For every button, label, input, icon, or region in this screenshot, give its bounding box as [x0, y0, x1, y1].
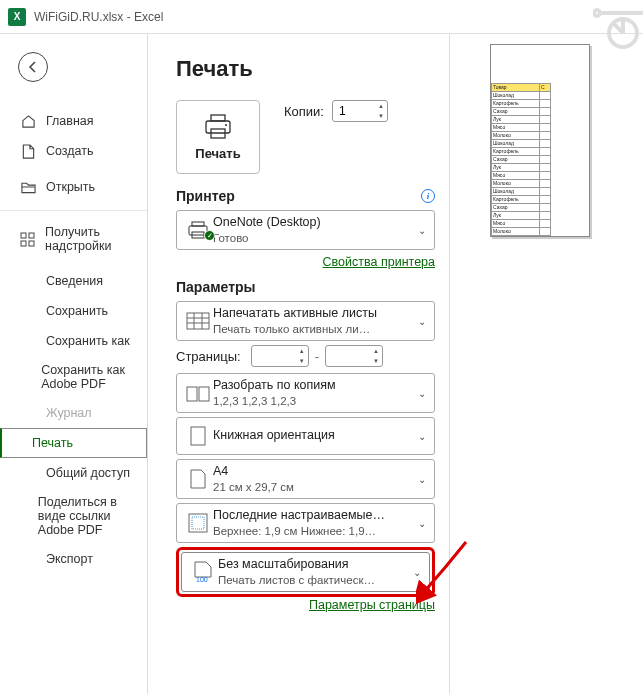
collate-icon	[183, 384, 213, 402]
sidebar-label: Получить надстройки	[45, 225, 147, 253]
print-preview-pane: ТоварСШоколадКартофельСахарЛукМясоМолоко…	[450, 34, 643, 694]
collate-dropdown[interactable]: Разобрать по копиям 1,2,3 1,2,3 1,2,3 ⌄	[176, 373, 435, 413]
page-to-spinner[interactable]: ▲▼	[370, 346, 382, 366]
sheets-icon	[183, 312, 213, 330]
sidebar-item-info[interactable]: Сведения	[0, 266, 147, 296]
copies-spinner[interactable]: ▲▼	[375, 101, 387, 121]
sidebar-item-home[interactable]: Главная	[0, 106, 147, 136]
svg-rect-23	[192, 517, 204, 529]
excel-app-icon: X	[8, 8, 26, 26]
sidebar-item-export[interactable]: Экспорт	[0, 544, 147, 574]
sidebar-label: Сведения	[46, 274, 103, 288]
sidebar-item-share-pdf[interactable]: Поделиться в виде ссылки Adobe PDF	[0, 488, 147, 544]
svg-rect-8	[206, 121, 230, 133]
printer-ready-icon: ✓	[183, 221, 213, 239]
chevron-down-icon: ⌄	[416, 388, 428, 399]
sidebar-item-saveas[interactable]: Сохранить как	[0, 326, 147, 356]
sidebar-item-open[interactable]: Открыть	[0, 172, 147, 202]
page-title: Печать	[176, 56, 435, 82]
svg-rect-21	[191, 427, 205, 445]
sidebar-label: Открыть	[46, 180, 95, 194]
preview-table: ТоварСШоколадКартофельСахарЛукМясоМолоко…	[491, 83, 551, 236]
printer-properties-link[interactable]: Свойства принтера	[323, 255, 435, 269]
scaling-icon: 100	[188, 561, 218, 583]
new-icon	[20, 143, 36, 159]
sidebar-label: Общий доступ	[46, 466, 130, 480]
sidebar-label: Поделиться в виде ссылки Adobe PDF	[38, 495, 147, 537]
sidebar-item-save[interactable]: Сохранить	[0, 296, 147, 326]
addins-icon	[20, 231, 35, 247]
preview-sheet: ТоварСШоколадКартофельСахарЛукМясоМолоко…	[490, 44, 590, 237]
chevron-down-icon: ⌄	[416, 316, 428, 327]
sidebar-item-share[interactable]: Общий доступ	[0, 458, 147, 488]
print-button[interactable]: Печать	[176, 100, 260, 174]
open-icon	[20, 179, 36, 195]
chevron-down-icon: ⌄	[416, 225, 428, 236]
collate-secondary: 1,2,3 1,2,3 1,2,3	[213, 394, 416, 408]
portrait-icon	[183, 426, 213, 446]
scaling-secondary: Печать листов с фактическ…	[218, 573, 411, 587]
sidebar-item-history[interactable]: Журнал	[0, 398, 147, 428]
page-from-spinner[interactable]: ▲▼	[296, 346, 308, 366]
paper-icon	[183, 469, 213, 489]
window-title: WiFiGiD.RU.xlsx - Excel	[34, 10, 163, 24]
sidebar-label: Журнал	[46, 406, 92, 420]
sidebar-label: Сохранить как Adobe PDF	[41, 363, 147, 391]
margins-icon	[183, 513, 213, 533]
svg-rect-7	[211, 115, 225, 121]
printer-icon	[203, 114, 233, 140]
sidebar-label: Сохранить	[46, 304, 108, 318]
scaling-dropdown[interactable]: 100 Без масштабирования Печать листов с …	[181, 552, 430, 592]
scaling-primary: Без масштабирования	[218, 557, 411, 573]
printer-section-title: Принтер	[176, 188, 235, 204]
svg-rect-5	[21, 241, 26, 246]
chevron-down-icon: ⌄	[416, 474, 428, 485]
sidebar: Главная Создать Открыть Получить надстро…	[0, 34, 148, 694]
print-what-secondary: Печать только активных ли…	[213, 322, 416, 336]
highlight-annotation: 100 Без масштабирования Печать листов с …	[176, 547, 435, 597]
pages-label: Страницы:	[176, 349, 241, 364]
sidebar-item-print[interactable]: Печать	[0, 428, 147, 458]
margins-secondary: Верхнее: 1,9 см Нижнее: 1,9…	[213, 524, 416, 538]
collate-primary: Разобрать по копиям	[213, 378, 416, 394]
chevron-down-icon: ⌄	[416, 518, 428, 529]
titlebar: X WiFiGiD.RU.xlsx - Excel	[0, 0, 643, 34]
sidebar-label: Создать	[46, 144, 94, 158]
sidebar-item-saveas-pdf[interactable]: Сохранить как Adobe PDF	[0, 356, 147, 398]
sidebar-item-addins[interactable]: Получить надстройки	[0, 210, 147, 260]
svg-rect-14	[187, 313, 209, 329]
sidebar-item-new[interactable]: Создать	[0, 136, 147, 166]
page-setup-link[interactable]: Параметры страницы	[309, 598, 435, 612]
printer-dropdown[interactable]: ✓ OneNote (Desktop) Готово ⌄	[176, 210, 435, 250]
home-icon	[20, 113, 36, 129]
svg-point-1	[594, 10, 600, 16]
print-what-primary: Напечатать активные листы	[213, 306, 416, 322]
paper-secondary: 21 см x 29,7 см	[213, 480, 416, 494]
svg-rect-3	[21, 233, 26, 238]
svg-rect-19	[187, 387, 197, 401]
svg-point-10	[225, 124, 227, 126]
paper-primary: A4	[213, 464, 416, 480]
printer-status: Готово	[213, 231, 416, 245]
sidebar-label: Главная	[46, 114, 94, 128]
chevron-down-icon: ⌄	[416, 431, 428, 442]
pages-separator: -	[315, 349, 319, 364]
paper-dropdown[interactable]: A4 21 см x 29,7 см ⌄	[176, 459, 435, 499]
print-button-label: Печать	[195, 146, 240, 161]
margins-dropdown[interactable]: Последние настраиваемые… Верхнее: 1,9 см…	[176, 503, 435, 543]
print-settings-pane: Печать Печать Копии: ▲▼ Принтер i	[148, 34, 450, 694]
sidebar-label: Экспорт	[46, 552, 93, 566]
svg-rect-4	[29, 233, 34, 238]
margins-primary: Последние настраиваемые…	[213, 508, 416, 524]
copies-label: Копии:	[284, 104, 324, 119]
svg-rect-6	[29, 241, 34, 246]
orientation-label: Книжная ориентация	[213, 428, 416, 444]
sidebar-label: Печать	[32, 436, 73, 450]
info-icon[interactable]: i	[421, 189, 435, 203]
parameters-section-title: Параметры	[176, 279, 256, 295]
orientation-dropdown[interactable]: Книжная ориентация ⌄	[176, 417, 435, 455]
back-button[interactable]	[18, 52, 48, 82]
svg-text:100: 100	[196, 576, 208, 583]
sidebar-label: Сохранить как	[46, 334, 130, 348]
print-what-dropdown[interactable]: Напечатать активные листы Печать только …	[176, 301, 435, 341]
